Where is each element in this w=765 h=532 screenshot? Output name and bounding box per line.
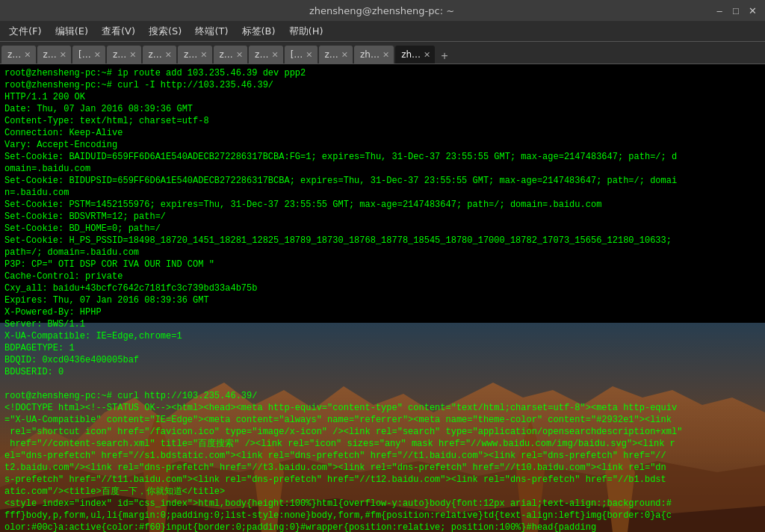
- tab-bar: z…✕z…✕[…✕z…✕z…✕z…✕z…✕z…✕[…✕z…✕zh…✕zh…✕+: [0, 42, 765, 64]
- menu-item-查看v[interactable]: 查看(V): [96, 23, 141, 40]
- close-button[interactable]: ✕: [746, 4, 759, 17]
- tab-7[interactable]: z…✕: [249, 46, 283, 64]
- terminal-output[interactable]: root@zhensheng-pc:~# ip route add 103.23…: [0, 64, 765, 532]
- title-bar: zhensheng@zhensheng-pc: ~ – □ ✕: [0, 0, 765, 21]
- tab-5[interactable]: z…✕: [178, 46, 212, 64]
- menu-item-编辑e[interactable]: 编辑(E): [49, 23, 94, 40]
- menu-item-文件f[interactable]: 文件(F): [3, 23, 48, 40]
- tab-6[interactable]: z…✕: [214, 46, 248, 64]
- tab-11[interactable]: zh…✕: [395, 46, 435, 64]
- tab-9[interactable]: z…✕: [319, 46, 353, 64]
- tab-3[interactable]: z…✕: [107, 46, 141, 64]
- tab-0[interactable]: z…✕: [1, 46, 36, 64]
- tab-1[interactable]: z…✕: [37, 46, 72, 64]
- tab-add-button[interactable]: +: [438, 50, 451, 64]
- menu-item-终端t[interactable]: 终端(T): [189, 23, 234, 40]
- menu-item-搜索s[interactable]: 搜索(S): [143, 23, 188, 40]
- tab-8[interactable]: […✕: [285, 46, 318, 64]
- tab-4[interactable]: z…✕: [143, 46, 177, 64]
- menu-item-标签b[interactable]: 标签(B): [236, 23, 282, 40]
- window-title: zhensheng@zhensheng-pc: ~: [51, 5, 713, 16]
- window-controls: – □ ✕: [713, 4, 759, 17]
- tab-2[interactable]: […✕: [72, 46, 105, 64]
- maximize-button[interactable]: □: [729, 4, 743, 17]
- minimize-button[interactable]: –: [713, 4, 726, 17]
- terminal-body[interactable]: root@zhensheng-pc:~# ip route add 103.23…: [0, 64, 765, 532]
- tab-10[interactable]: zh…✕: [354, 46, 394, 64]
- menu-item-帮助h[interactable]: 帮助(H): [283, 23, 329, 40]
- menu-bar: 文件(F)编辑(E)查看(V)搜索(S)终端(T)标签(B)帮助(H): [0, 21, 765, 42]
